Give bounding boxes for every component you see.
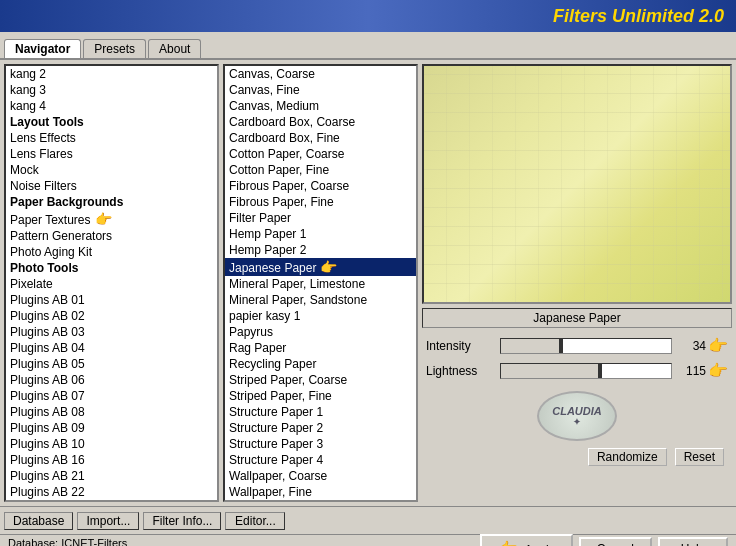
left-list-item[interactable]: Paper Textures👉 <box>6 210 217 228</box>
left-list-item[interactable]: Photo Aging Kit <box>6 244 217 260</box>
left-list-item[interactable]: Plugins AB 07 <box>6 388 217 404</box>
middle-list-item[interactable]: Papyrus <box>225 324 416 340</box>
lightness-slider[interactable] <box>500 363 672 379</box>
tab-navigator[interactable]: Navigator <box>4 39 81 58</box>
middle-list-item[interactable]: Mineral Paper, Limestone <box>225 276 416 292</box>
database-button[interactable]: Database <box>4 512 73 530</box>
lightness-label: Lightness <box>426 364 496 378</box>
left-list-item[interactable]: kang 2 <box>6 66 217 82</box>
logo-area: CLAUDIA ✦ <box>426 386 728 446</box>
main-content: kang 2kang 3kang 4Layout ToolsLens Effec… <box>0 60 736 506</box>
middle-list-item[interactable]: Structure Paper 4 <box>225 452 416 468</box>
middle-list-item[interactable]: papier kasy 1 <box>225 308 416 324</box>
filter-category-list[interactable]: kang 2kang 3kang 4Layout ToolsLens Effec… <box>4 64 219 502</box>
filter-info-button[interactable]: Filter Info... <box>143 512 221 530</box>
lightness-row: Lightness 115 👉 <box>426 361 728 380</box>
left-list-item[interactable]: Plugins AB 01 <box>6 292 217 308</box>
left-list-item[interactable]: Plugins AB 21 <box>6 468 217 484</box>
left-list-item[interactable]: Noise Filters <box>6 178 217 194</box>
import-button[interactable]: Import... <box>77 512 139 530</box>
middle-list-item[interactable]: Rag Paper <box>225 340 416 356</box>
left-list-item[interactable]: Pixelate <box>6 276 217 292</box>
intensity-row: Intensity 34 👉 <box>426 336 728 355</box>
help-button[interactable]: Help <box>658 537 728 547</box>
middle-panel: Canvas, CoarseCanvas, FineCanvas, Medium… <box>223 64 418 502</box>
left-list-item[interactable]: Lens Flares <box>6 146 217 162</box>
intensity-cursor-icon: 👉 <box>708 336 728 355</box>
randomize-button[interactable]: Randomize <box>588 448 667 466</box>
middle-list-item[interactable]: Recycling Paper <box>225 356 416 372</box>
claudia-logo: CLAUDIA ✦ <box>537 391 617 441</box>
middle-list-item[interactable]: Mineral Paper, Sandstone <box>225 292 416 308</box>
app-title: Filters Unlimited 2.0 <box>553 6 724 27</box>
title-bar: Filters Unlimited 2.0 <box>0 0 736 32</box>
left-list-item[interactable]: Plugins AB 06 <box>6 372 217 388</box>
left-list-item[interactable]: Plugins AB 03 <box>6 324 217 340</box>
left-list-item[interactable]: Pattern Generators <box>6 228 217 244</box>
tabs-bar: Navigator Presets About <box>0 32 736 60</box>
left-list-item[interactable]: Plugins AB 05 <box>6 356 217 372</box>
left-list-item[interactable]: Lens Effects <box>6 130 217 146</box>
middle-list-item[interactable]: Hemp Paper 1 <box>225 226 416 242</box>
middle-list-item[interactable]: Structure Paper 3 <box>225 436 416 452</box>
middle-list-item[interactable]: Japanese Paper👉 <box>225 258 416 276</box>
status-bar: Database: ICNET-Filters Filters: 2297 👉 … <box>0 534 736 546</box>
left-list-item[interactable]: Mock <box>6 162 217 178</box>
left-list-item[interactable]: Plugins AB 02 <box>6 308 217 324</box>
middle-list-item[interactable]: Canvas, Medium <box>225 98 416 114</box>
left-list-item[interactable]: Plugins AB 04 <box>6 340 217 356</box>
middle-list-item[interactable]: Canvas, Coarse <box>225 66 416 82</box>
left-list-item[interactable]: Plugins AB 10 <box>6 436 217 452</box>
left-list-item[interactable]: Plugins AB 09 <box>6 420 217 436</box>
lightness-value: 115 <box>676 364 706 378</box>
middle-list-item[interactable]: Striped Paper, Coarse <box>225 372 416 388</box>
filter-subitem-list[interactable]: Canvas, CoarseCanvas, FineCanvas, Medium… <box>223 64 418 502</box>
left-list-item[interactable]: kang 4 <box>6 98 217 114</box>
status-info: Database: ICNET-Filters Filters: 2297 <box>8 537 127 547</box>
left-list-item[interactable]: Plugins AB 22 <box>6 484 217 500</box>
intensity-value: 34 <box>676 339 706 353</box>
apply-hand-icon: 👉 <box>498 540 518 546</box>
selected-hand-icon: 👉 <box>320 259 337 275</box>
middle-list-item[interactable]: Striped Paper, Fine <box>225 388 416 404</box>
left-list-item[interactable]: kang 3 <box>6 82 217 98</box>
middle-list-item[interactable]: Cotton Paper, Coarse <box>225 146 416 162</box>
left-list-item[interactable]: Photo Tools <box>6 260 217 276</box>
left-list-item[interactable]: Layout Tools <box>6 114 217 130</box>
middle-list-item[interactable]: Canvas, Fine <box>225 82 416 98</box>
action-buttons: 👉 Apply Cancel Help <box>480 534 728 546</box>
preview-box <box>422 64 732 304</box>
middle-list-item[interactable]: Wallpaper, Coarse <box>225 468 416 484</box>
editor-button[interactable]: Editor... <box>225 512 285 530</box>
left-list-item[interactable]: Plugins AB 08 <box>6 404 217 420</box>
intensity-label: Intensity <box>426 339 496 353</box>
middle-list-item[interactable]: Fibrous Paper, Coarse <box>225 178 416 194</box>
middle-list-item[interactable]: Cardboard Box, Coarse <box>225 114 416 130</box>
preview-image <box>424 66 730 302</box>
middle-list-item[interactable]: Wallpaper, Fine <box>225 484 416 500</box>
lightness-cursor-icon: 👉 <box>708 361 728 380</box>
filter-name-display: Japanese Paper <box>422 308 732 328</box>
middle-list-item[interactable]: Structure Paper 1 <box>225 404 416 420</box>
cancel-button[interactable]: Cancel <box>579 537 652 547</box>
apply-button[interactable]: 👉 Apply <box>480 534 573 546</box>
randomize-reset-area: Randomize Reset <box>426 446 728 468</box>
left-panel: kang 2kang 3kang 4Layout ToolsLens Effec… <box>4 64 219 502</box>
controls-area: Intensity 34 👉 Lightness 115 👉 <box>422 332 732 502</box>
middle-list-item[interactable]: Cardboard Box, Fine <box>225 130 416 146</box>
middle-list-item[interactable]: Hemp Paper 2 <box>225 242 416 258</box>
cursor-hand-icon: 👉 <box>95 211 112 227</box>
middle-list-item[interactable]: Structure Paper 2 <box>225 420 416 436</box>
intensity-slider[interactable] <box>500 338 672 354</box>
right-panel: Japanese Paper Intensity 34 👉 Lightness … <box>422 64 732 502</box>
middle-list-item[interactable]: Filter Paper <box>225 210 416 226</box>
left-list-item[interactable]: Plugins AB 16 <box>6 452 217 468</box>
tab-presets[interactable]: Presets <box>83 39 146 58</box>
middle-list-item[interactable]: Fibrous Paper, Fine <box>225 194 416 210</box>
middle-list-item[interactable]: Cotton Paper, Fine <box>225 162 416 178</box>
left-list-item[interactable]: Paper Backgrounds <box>6 194 217 210</box>
tab-about[interactable]: About <box>148 39 201 58</box>
reset-button[interactable]: Reset <box>675 448 724 466</box>
bottom-toolbar: Database Import... Filter Info... Editor… <box>0 506 736 534</box>
